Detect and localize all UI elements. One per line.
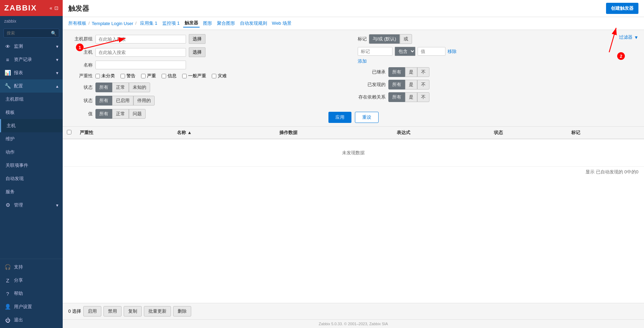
- reset-button[interactable]: 重设: [355, 112, 379, 123]
- sidebar-item-logout[interactable]: ⏻ 退出: [0, 313, 63, 327]
- tab-graphs[interactable]: 图形: [202, 19, 214, 27]
- severity-severe-label: 严重: [147, 73, 156, 79]
- sidebar-item-correlation[interactable]: 关联项事件: [0, 159, 63, 172]
- discovered-yes-btn[interactable]: 是: [405, 80, 417, 89]
- sidebar-item-manage[interactable]: ⚙ 管理 ▾: [0, 198, 63, 212]
- tab-monitors[interactable]: 监控项 1: [161, 19, 181, 27]
- tab-auto-rules[interactable]: 自动发现规则: [239, 19, 269, 27]
- tag-remove-link[interactable]: 移除: [448, 48, 457, 55]
- value-all-btn[interactable]: 所有: [95, 109, 112, 119]
- discovered-no-btn[interactable]: 不: [417, 80, 429, 89]
- table-check-col: [63, 127, 76, 139]
- status2-all-btn[interactable]: 所有: [95, 96, 112, 106]
- severity-general[interactable]: 一般严重: [182, 73, 206, 79]
- name-input[interactable]: [95, 61, 186, 69]
- status1-normal-btn[interactable]: 正常: [112, 83, 129, 92]
- sidebar-item-hosts[interactable]: 主机: [0, 119, 63, 132]
- disable-button[interactable]: 禁用: [103, 306, 122, 317]
- value-normal-btn[interactable]: 正常: [112, 109, 129, 119]
- sidebar-item-host-groups[interactable]: 主机群组: [0, 93, 63, 106]
- severity-warning[interactable]: 警告: [121, 73, 135, 79]
- sidebar-item-actions[interactable]: 动作: [0, 146, 63, 159]
- inherited-no-btn[interactable]: 不: [417, 67, 429, 77]
- sidebar-item-templates[interactable]: 模板: [0, 106, 63, 119]
- tab-aggregate[interactable]: 聚合图形: [216, 19, 236, 27]
- severity-severe[interactable]: 严重: [141, 73, 156, 79]
- host-select-button[interactable]: 选择: [189, 47, 205, 57]
- sidebar-item-share[interactable]: Z 分享: [0, 274, 63, 287]
- value-row: 值 所有 正常 问题: [68, 109, 349, 119]
- tag-field-input[interactable]: [358, 47, 393, 56]
- host-group-select-button[interactable]: 选择: [189, 34, 205, 44]
- logo-text: ZABBIX: [4, 3, 37, 13]
- sidebar-item-maintenance[interactable]: 维护: [0, 132, 63, 146]
- sidebar-item-label: 用户设置: [14, 304, 32, 310]
- severity-info-checkbox[interactable]: [162, 74, 166, 78]
- tag-add-row: 添加: [358, 58, 639, 64]
- tag-add-link[interactable]: 添加: [358, 58, 367, 64]
- filter-toggle[interactable]: 过滤器 ▼: [619, 34, 638, 40]
- sidebar-item-config[interactable]: 🔧 配置 ▴: [0, 79, 63, 93]
- sidebar: ZABBIX « ⊡ zabbix 🔍 👁 监测 ▾ ≡ 资产记录 ▾ 📊 报表…: [0, 0, 63, 328]
- value-problem-btn[interactable]: 问题: [129, 109, 146, 119]
- dependency-no-btn[interactable]: 不: [417, 92, 429, 102]
- host-group-input[interactable]: [95, 35, 186, 44]
- severity-info[interactable]: 信息: [162, 73, 177, 79]
- severity-warning-checkbox[interactable]: [121, 74, 125, 78]
- severity-disaster-label: 灾难: [218, 73, 227, 79]
- severity-general-checkbox[interactable]: [182, 74, 187, 78]
- batch-update-button[interactable]: 批量更新: [144, 306, 171, 317]
- tag-operator-select[interactable]: 包含 等于: [395, 47, 416, 56]
- status1-unknown-btn[interactable]: 未知的: [129, 83, 150, 92]
- support-icon: 🎧: [4, 264, 11, 270]
- apply-button[interactable]: 应用: [328, 112, 351, 123]
- triggers-table: 严重性 名称 ▲ 操作数据 表达式 状态 标记: [63, 127, 644, 167]
- filter-actions: 应用 重设: [328, 112, 379, 123]
- severity-disaster-checkbox[interactable]: [212, 74, 216, 78]
- sidebar-item-reports[interactable]: 📊 报表 ▾: [0, 66, 63, 79]
- host-input[interactable]: [95, 48, 186, 57]
- tag-value-input[interactable]: [418, 47, 445, 56]
- expand-icon[interactable]: ⊡: [54, 5, 59, 11]
- sidebar-item-help[interactable]: ? 帮助: [0, 287, 63, 300]
- delete-button[interactable]: 删除: [173, 306, 191, 317]
- status2-enabled-btn[interactable]: 已启用: [112, 96, 133, 106]
- sidebar-item-user-settings[interactable]: 👤 用户设置: [0, 300, 63, 313]
- chevron-down-icon: ▾: [56, 203, 59, 208]
- tab-web-scenarios[interactable]: Web 场景: [271, 19, 293, 27]
- tag-or-btn[interactable]: 或: [400, 34, 412, 44]
- discovered-all-btn[interactable]: 所有: [388, 80, 405, 89]
- dependency-yes-btn[interactable]: 是: [405, 92, 417, 102]
- filter-right: 标记 与/或 (默认) 或 包含 等于 移除 添加 已继承: [358, 34, 639, 122]
- sidebar-sub-label: 关联项事件: [6, 162, 28, 169]
- sidebar-item-services[interactable]: 服务: [0, 185, 63, 198]
- sidebar-item-monitor[interactable]: 👁 监测 ▾: [0, 40, 63, 53]
- inherited-all-btn[interactable]: 所有: [388, 67, 405, 77]
- sidebar-item-support[interactable]: 🎧 支持: [0, 260, 63, 274]
- inherited-yes-btn[interactable]: 是: [405, 67, 417, 77]
- sidebar-item-discovery[interactable]: 自动发现: [0, 172, 63, 185]
- main-content: 触发器 创建触发器 所有模板 / Template Login User / 应…: [63, 0, 644, 328]
- severity-severe-checkbox[interactable]: [141, 74, 146, 78]
- copy-button[interactable]: 复制: [124, 306, 142, 317]
- severity-unclassified[interactable]: 未分类: [95, 73, 115, 79]
- severity-disaster[interactable]: 灾难: [212, 73, 227, 79]
- tag-and-or-btn[interactable]: 与/或 (默认): [369, 34, 400, 44]
- create-trigger-button[interactable]: 创建触发器: [606, 3, 638, 14]
- auto-discovered-count: 显示 已自动发现的 0中的0: [585, 169, 638, 174]
- severity-unclassified-checkbox[interactable]: [95, 74, 100, 78]
- tab-triggers[interactable]: 触发器: [183, 19, 200, 28]
- tab-app-sets[interactable]: 应用集 1: [139, 19, 159, 27]
- sidebar-item-assets[interactable]: ≡ 资产记录 ▾: [0, 53, 63, 66]
- status2-row: 状态 所有 已启用 停用的: [68, 96, 349, 106]
- user-icon: 👤: [4, 304, 11, 310]
- enable-button[interactable]: 启用: [83, 306, 101, 317]
- col-name[interactable]: 名称 ▲: [173, 127, 275, 139]
- collapse-icon[interactable]: «: [49, 5, 52, 11]
- breadcrumb-all-templates[interactable]: 所有模板: [68, 20, 86, 26]
- status2-disabled-btn[interactable]: 停用的: [133, 96, 155, 106]
- select-all-checkbox[interactable]: [67, 130, 71, 134]
- status1-all-btn[interactable]: 所有: [95, 83, 112, 92]
- dependency-all-btn[interactable]: 所有: [388, 92, 405, 102]
- breadcrumb-template-login[interactable]: Template Login User: [92, 21, 133, 26]
